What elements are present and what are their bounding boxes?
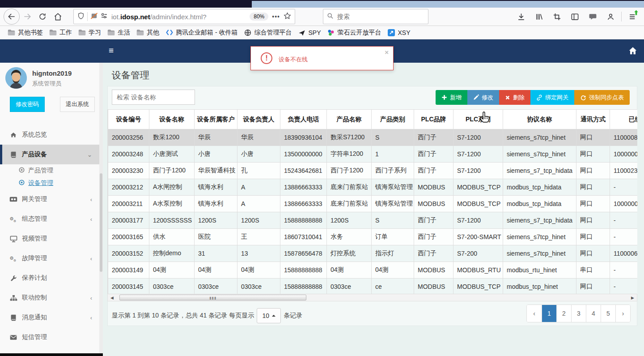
page-actions-icon[interactable]: ••• xyxy=(272,13,280,20)
scrollbar-thumb[interactable]: ▮▮▮ xyxy=(119,295,306,300)
bookmark-item[interactable]: 学习 xyxy=(75,27,104,38)
cogs-icon: ⚙⚙ xyxy=(8,216,18,223)
account-icon[interactable] xyxy=(602,9,619,24)
table-row[interactable]: 200003256数采1200华辰华辰18390936104数采S71200S西… xyxy=(108,129,638,146)
blocked-content-icon[interactable] xyxy=(90,12,98,21)
column-header[interactable]: PLC系列 xyxy=(453,110,503,129)
pencil-icon xyxy=(473,94,479,100)
pager-page-1[interactable]: 1 xyxy=(542,305,556,322)
强制同步点表-button[interactable]: 强制同步点表 xyxy=(574,90,630,105)
library-icon[interactable] xyxy=(530,9,548,24)
pager-next[interactable]: › xyxy=(615,305,630,322)
sidebar-item-联动控制[interactable]: 联动控制‹ xyxy=(0,288,99,308)
pager-page-2[interactable]: 2 xyxy=(556,305,571,322)
sidebar-item-系统总览[interactable]: 系统总览 xyxy=(0,125,99,145)
sidebar-item-保养计划[interactable]: 保养计划 xyxy=(0,268,99,288)
dot-circle-icon xyxy=(19,167,25,174)
sidebar-scrollbar[interactable] xyxy=(99,63,103,353)
修改-button[interactable]: 修改 xyxy=(467,90,499,105)
bookmark-item[interactable]: 腾讯企业邮箱 - 收件箱 xyxy=(162,27,241,38)
bookmark-item[interactable]: 综合管理平台 xyxy=(241,27,295,38)
table-row[interactable]: 200003211A水泵控制镇海水利A13886663333底来门前泵站镇海泵站… xyxy=(108,196,638,212)
column-header[interactable]: 已绑定网 xyxy=(610,110,638,129)
device-search-input[interactable] xyxy=(112,90,195,105)
pager-page-5[interactable]: 5 xyxy=(601,305,615,322)
permissions-icon[interactable] xyxy=(101,12,108,21)
browser-search-input[interactable] xyxy=(337,13,413,20)
bookmark-label: 生活 xyxy=(118,29,130,37)
column-header[interactable]: 通讯方式 xyxy=(576,110,610,129)
shield-icon[interactable] xyxy=(77,12,85,21)
sidebar-item-网关管理[interactable]: 网关管理‹ xyxy=(0,189,99,209)
scrollbar-thumb[interactable] xyxy=(100,173,102,272)
sidebar-item-组态管理[interactable]: ⚙⚙组态管理‹ xyxy=(0,209,99,229)
forward-button[interactable] xyxy=(20,9,35,24)
page-size-dropdown[interactable]: 10 xyxy=(257,308,281,323)
url-bar[interactable]: iot.idosp.net/admin/index.html? 80% ••• xyxy=(73,9,295,24)
chat-icon[interactable] xyxy=(584,9,602,24)
bookmark-item[interactable]: 其他 xyxy=(133,27,162,38)
sidebar-item-视频管理[interactable]: 视频管理 xyxy=(0,229,99,249)
downloads-icon[interactable] xyxy=(512,9,530,24)
app-home-icon[interactable] xyxy=(628,46,638,57)
sidebars-icon[interactable] xyxy=(566,9,584,24)
pager-page-4[interactable]: 4 xyxy=(586,305,601,322)
table-row[interactable]: 200003230西门子1200华辰智通科技孔15243642681西门子120… xyxy=(108,163,638,179)
screenshot-icon[interactable] xyxy=(548,9,566,24)
绑定网关-button[interactable]: 绑定网关 xyxy=(530,90,574,105)
bookmark-item[interactable]: 工作 xyxy=(46,27,75,38)
svg-text:⚙: ⚙ xyxy=(9,256,13,261)
table-cell: 水务 xyxy=(327,229,372,245)
pager-previous[interactable]: ‹ xyxy=(527,305,542,322)
新增-button[interactable]: 新增 xyxy=(436,90,467,105)
table-row[interactable]: 200003248小唐测试小唐小唐13500000000字符串12001西门子S… xyxy=(108,146,638,163)
column-header[interactable]: 负责人电话 xyxy=(280,110,327,129)
column-header[interactable]: 协议名称 xyxy=(503,110,576,129)
column-header[interactable]: 设备名称 xyxy=(149,110,195,129)
column-header[interactable]: 设备所属客户 xyxy=(195,110,237,129)
browser-search-box[interactable] xyxy=(323,9,428,24)
table-row[interactable]: 2000031450303ce0303ce0303ce1588888888803… xyxy=(108,279,638,295)
bookmark-item[interactable]: 生活 xyxy=(104,27,133,38)
bookmark-label: 萤石云开放平台 xyxy=(337,29,381,37)
sidebar-subitem-设备管理[interactable]: 设备管理 xyxy=(0,177,99,189)
horizontal-scrollbar[interactable]: ◀ ▮▮▮ ▶ xyxy=(107,294,637,301)
sidebar-toggle-icon[interactable]: ≡ xyxy=(109,46,114,56)
logout-button[interactable]: 退出系统 xyxy=(60,97,95,112)
sidebar-item-消息通知[interactable]: 消息通知‹ xyxy=(0,308,99,327)
sidebar-item-产品设备[interactable]: 产品设备⌄ xyxy=(0,145,99,164)
sidebar-item-短信管理[interactable]: 短信管理 xyxy=(0,327,99,347)
bookmark-item[interactable]: SPY xyxy=(295,28,324,38)
sidebar-item-故障管理[interactable]: ⚙⚙故障管理‹ xyxy=(0,249,99,268)
change-password-button[interactable]: 修改密码 xyxy=(10,97,45,112)
column-header[interactable]: 设备负责人 xyxy=(237,110,280,129)
pager-page-3[interactable]: 3 xyxy=(571,305,586,322)
table-row[interactable]: 20000314904测04测04测1588888888804测04测MODBU… xyxy=(108,262,638,279)
bookmark-item[interactable]: 其他书签 xyxy=(4,27,46,38)
back-button[interactable] xyxy=(4,9,20,25)
table-row[interactable]: 200003165供水医院王18607310041水务订单西门子S7-200-S… xyxy=(108,229,638,245)
column-header[interactable]: 产品类别 xyxy=(372,110,414,129)
bookmark-star-icon[interactable] xyxy=(284,12,291,21)
refresh-icon xyxy=(580,94,586,101)
scroll-right-arrow[interactable]: ▶ xyxy=(629,295,636,300)
column-header[interactable]: PLC品牌 xyxy=(414,110,453,129)
table-cell: modbus_tcp_hidata xyxy=(503,196,576,212)
bookmark-item[interactable]: XSY xyxy=(384,28,413,38)
table-row[interactable]: 200003212A水闸控制镇海水利A13886663333底来门前泵站镇海泵站… xyxy=(108,179,638,196)
bookmark-item[interactable]: 萤石云开放平台 xyxy=(324,27,384,38)
table-cell: 31 xyxy=(195,245,237,262)
删除-button[interactable]: 删除 xyxy=(499,90,530,105)
hamburger-menu-icon[interactable] xyxy=(623,9,641,24)
reload-button[interactable] xyxy=(35,9,50,24)
sidebar-subitem-产品管理[interactable]: 产品管理 xyxy=(0,164,99,177)
table-row[interactable]: 200003152控制demo311315878656478灯控系统指示灯西门子… xyxy=(108,245,638,262)
zoom-level-badge[interactable]: 80% xyxy=(250,13,268,21)
column-header[interactable]: 产品名称 xyxy=(327,110,372,129)
alert-close-icon[interactable]: × xyxy=(385,48,389,56)
home-button[interactable] xyxy=(50,9,65,24)
scroll-left-arrow[interactable]: ◀ xyxy=(109,295,115,300)
column-header[interactable]: 设备编号 xyxy=(108,110,149,129)
table-row[interactable]: 2000031771200SSSSSS1200S1200S15888888888… xyxy=(108,212,638,229)
scrollbar-grip: ▮▮▮ xyxy=(209,296,216,300)
